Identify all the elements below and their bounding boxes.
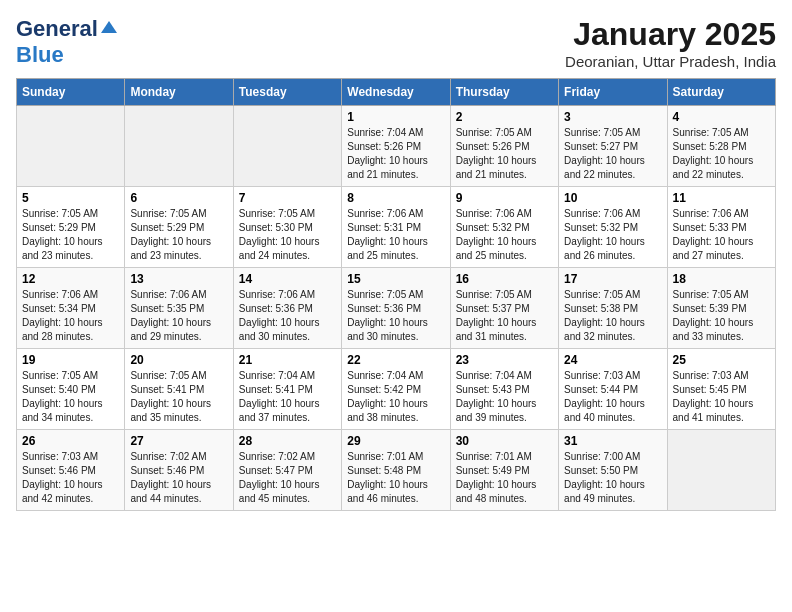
- calendar-cell: 13Sunrise: 7:06 AM Sunset: 5:35 PM Dayli…: [125, 268, 233, 349]
- calendar-subtitle: Deoranian, Uttar Pradesh, India: [565, 53, 776, 70]
- logo-blue: Blue: [16, 42, 64, 67]
- day-number: 18: [673, 272, 770, 286]
- day-info: Sunrise: 7:05 AM Sunset: 5:36 PM Dayligh…: [347, 288, 444, 344]
- calendar-cell: [125, 106, 233, 187]
- calendar-cell: 8Sunrise: 7:06 AM Sunset: 5:31 PM Daylig…: [342, 187, 450, 268]
- day-number: 26: [22, 434, 119, 448]
- day-info: Sunrise: 7:06 AM Sunset: 5:35 PM Dayligh…: [130, 288, 227, 344]
- day-number: 15: [347, 272, 444, 286]
- day-info: Sunrise: 7:05 AM Sunset: 5:30 PM Dayligh…: [239, 207, 336, 263]
- calendar-cell: 10Sunrise: 7:06 AM Sunset: 5:32 PM Dayli…: [559, 187, 667, 268]
- day-info: Sunrise: 7:05 AM Sunset: 5:26 PM Dayligh…: [456, 126, 553, 182]
- day-of-week-header: Friday: [559, 79, 667, 106]
- day-number: 17: [564, 272, 661, 286]
- calendar-cell: 29Sunrise: 7:01 AM Sunset: 5:48 PM Dayli…: [342, 430, 450, 511]
- calendar-cell: 9Sunrise: 7:06 AM Sunset: 5:32 PM Daylig…: [450, 187, 558, 268]
- calendar-cell: 21Sunrise: 7:04 AM Sunset: 5:41 PM Dayli…: [233, 349, 341, 430]
- day-number: 22: [347, 353, 444, 367]
- calendar-cell: 6Sunrise: 7:05 AM Sunset: 5:29 PM Daylig…: [125, 187, 233, 268]
- page-header: General Blue January 2025 Deoranian, Utt…: [16, 16, 776, 70]
- calendar-cell: 22Sunrise: 7:04 AM Sunset: 5:42 PM Dayli…: [342, 349, 450, 430]
- calendar-cell: [233, 106, 341, 187]
- day-number: 11: [673, 191, 770, 205]
- day-of-week-header: Thursday: [450, 79, 558, 106]
- calendar-cell: 12Sunrise: 7:06 AM Sunset: 5:34 PM Dayli…: [17, 268, 125, 349]
- calendar-cell: 4Sunrise: 7:05 AM Sunset: 5:28 PM Daylig…: [667, 106, 775, 187]
- calendar-cell: 20Sunrise: 7:05 AM Sunset: 5:41 PM Dayli…: [125, 349, 233, 430]
- calendar-cell: 31Sunrise: 7:00 AM Sunset: 5:50 PM Dayli…: [559, 430, 667, 511]
- calendar-cell: 16Sunrise: 7:05 AM Sunset: 5:37 PM Dayli…: [450, 268, 558, 349]
- calendar-cell: 2Sunrise: 7:05 AM Sunset: 5:26 PM Daylig…: [450, 106, 558, 187]
- calendar-cell: 14Sunrise: 7:06 AM Sunset: 5:36 PM Dayli…: [233, 268, 341, 349]
- day-info: Sunrise: 7:04 AM Sunset: 5:43 PM Dayligh…: [456, 369, 553, 425]
- day-number: 10: [564, 191, 661, 205]
- day-info: Sunrise: 7:05 AM Sunset: 5:39 PM Dayligh…: [673, 288, 770, 344]
- day-of-week-header: Monday: [125, 79, 233, 106]
- title-block: January 2025 Deoranian, Uttar Pradesh, I…: [565, 16, 776, 70]
- day-number: 6: [130, 191, 227, 205]
- calendar-week-row: 1Sunrise: 7:04 AM Sunset: 5:26 PM Daylig…: [17, 106, 776, 187]
- calendar-cell: 7Sunrise: 7:05 AM Sunset: 5:30 PM Daylig…: [233, 187, 341, 268]
- calendar-cell: 28Sunrise: 7:02 AM Sunset: 5:47 PM Dayli…: [233, 430, 341, 511]
- day-info: Sunrise: 7:04 AM Sunset: 5:41 PM Dayligh…: [239, 369, 336, 425]
- day-info: Sunrise: 7:01 AM Sunset: 5:48 PM Dayligh…: [347, 450, 444, 506]
- day-number: 21: [239, 353, 336, 367]
- day-number: 3: [564, 110, 661, 124]
- day-number: 31: [564, 434, 661, 448]
- day-number: 2: [456, 110, 553, 124]
- day-info: Sunrise: 7:05 AM Sunset: 5:29 PM Dayligh…: [22, 207, 119, 263]
- day-number: 23: [456, 353, 553, 367]
- day-number: 13: [130, 272, 227, 286]
- calendar-cell: 17Sunrise: 7:05 AM Sunset: 5:38 PM Dayli…: [559, 268, 667, 349]
- calendar-cell: 3Sunrise: 7:05 AM Sunset: 5:27 PM Daylig…: [559, 106, 667, 187]
- day-info: Sunrise: 7:06 AM Sunset: 5:34 PM Dayligh…: [22, 288, 119, 344]
- day-info: Sunrise: 7:06 AM Sunset: 5:33 PM Dayligh…: [673, 207, 770, 263]
- day-number: 14: [239, 272, 336, 286]
- day-number: 20: [130, 353, 227, 367]
- calendar-header-row: SundayMondayTuesdayWednesdayThursdayFrid…: [17, 79, 776, 106]
- day-number: 19: [22, 353, 119, 367]
- day-info: Sunrise: 7:06 AM Sunset: 5:32 PM Dayligh…: [456, 207, 553, 263]
- calendar-cell: 19Sunrise: 7:05 AM Sunset: 5:40 PM Dayli…: [17, 349, 125, 430]
- calendar-cell: [667, 430, 775, 511]
- calendar-cell: 27Sunrise: 7:02 AM Sunset: 5:46 PM Dayli…: [125, 430, 233, 511]
- day-info: Sunrise: 7:06 AM Sunset: 5:31 PM Dayligh…: [347, 207, 444, 263]
- day-of-week-header: Wednesday: [342, 79, 450, 106]
- calendar-cell: 26Sunrise: 7:03 AM Sunset: 5:46 PM Dayli…: [17, 430, 125, 511]
- day-info: Sunrise: 7:05 AM Sunset: 5:41 PM Dayligh…: [130, 369, 227, 425]
- calendar-cell: 23Sunrise: 7:04 AM Sunset: 5:43 PM Dayli…: [450, 349, 558, 430]
- day-info: Sunrise: 7:02 AM Sunset: 5:47 PM Dayligh…: [239, 450, 336, 506]
- day-info: Sunrise: 7:03 AM Sunset: 5:45 PM Dayligh…: [673, 369, 770, 425]
- day-info: Sunrise: 7:05 AM Sunset: 5:37 PM Dayligh…: [456, 288, 553, 344]
- day-info: Sunrise: 7:03 AM Sunset: 5:44 PM Dayligh…: [564, 369, 661, 425]
- day-of-week-header: Sunday: [17, 79, 125, 106]
- day-info: Sunrise: 7:05 AM Sunset: 5:40 PM Dayligh…: [22, 369, 119, 425]
- day-number: 30: [456, 434, 553, 448]
- day-info: Sunrise: 7:05 AM Sunset: 5:38 PM Dayligh…: [564, 288, 661, 344]
- day-of-week-header: Saturday: [667, 79, 775, 106]
- calendar-week-row: 12Sunrise: 7:06 AM Sunset: 5:34 PM Dayli…: [17, 268, 776, 349]
- day-number: 5: [22, 191, 119, 205]
- calendar-cell: [17, 106, 125, 187]
- day-number: 24: [564, 353, 661, 367]
- calendar-cell: 1Sunrise: 7:04 AM Sunset: 5:26 PM Daylig…: [342, 106, 450, 187]
- day-number: 7: [239, 191, 336, 205]
- day-number: 29: [347, 434, 444, 448]
- logo-general: General: [16, 16, 98, 42]
- day-of-week-header: Tuesday: [233, 79, 341, 106]
- day-number: 27: [130, 434, 227, 448]
- day-info: Sunrise: 7:05 AM Sunset: 5:27 PM Dayligh…: [564, 126, 661, 182]
- calendar-week-row: 26Sunrise: 7:03 AM Sunset: 5:46 PM Dayli…: [17, 430, 776, 511]
- day-info: Sunrise: 7:03 AM Sunset: 5:46 PM Dayligh…: [22, 450, 119, 506]
- day-number: 9: [456, 191, 553, 205]
- calendar-cell: 15Sunrise: 7:05 AM Sunset: 5:36 PM Dayli…: [342, 268, 450, 349]
- day-number: 8: [347, 191, 444, 205]
- day-info: Sunrise: 7:01 AM Sunset: 5:49 PM Dayligh…: [456, 450, 553, 506]
- day-info: Sunrise: 7:05 AM Sunset: 5:28 PM Dayligh…: [673, 126, 770, 182]
- day-number: 4: [673, 110, 770, 124]
- day-info: Sunrise: 7:04 AM Sunset: 5:42 PM Dayligh…: [347, 369, 444, 425]
- logo: General Blue: [16, 16, 117, 68]
- day-number: 16: [456, 272, 553, 286]
- day-number: 12: [22, 272, 119, 286]
- day-info: Sunrise: 7:00 AM Sunset: 5:50 PM Dayligh…: [564, 450, 661, 506]
